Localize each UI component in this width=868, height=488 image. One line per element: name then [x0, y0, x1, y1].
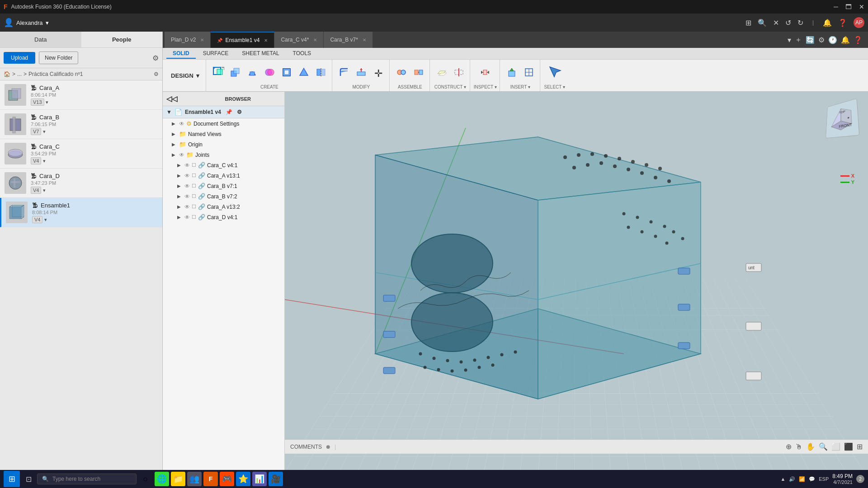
- search-icon[interactable]: 🔍: [758, 19, 767, 27]
- version-dropdown-icon[interactable]: ▾: [46, 99, 48, 105]
- taskbar-app-launcher[interactable]: 🎮: [220, 472, 234, 486]
- close-tab-cara-b[interactable]: ✕: [363, 38, 366, 42]
- taskbar-language[interactable]: ESP: [819, 476, 829, 482]
- version-badge-ensamble1[interactable]: V4: [32, 216, 42, 223]
- taskbar-app-teams[interactable]: 👥: [187, 472, 202, 486]
- breadcrumb-settings-icon[interactable]: ⚙: [154, 71, 159, 77]
- settings-icon-button[interactable]: ⚙: [152, 54, 159, 62]
- breadcrumb-current[interactable]: Práctica Calificado nº1: [28, 71, 83, 77]
- tab-clock-icon[interactable]: 🕐: [828, 36, 837, 44]
- check-icon-cara-d-v4[interactable]: ☐: [192, 214, 196, 220]
- task-view-button[interactable]: ⊡: [22, 472, 35, 486]
- taskbar-notifications-icon[interactable]: 💬: [809, 476, 815, 482]
- taskbar-app-analytics[interactable]: 📊: [252, 472, 267, 486]
- view-cube[interactable]: FRONT ▸ TOP: [826, 98, 859, 138]
- browser-item-cara-b-v7-2[interactable]: ▶ 👁 ☐ 🔗 Cara_B v7:2: [163, 191, 284, 202]
- browser-root-pin-icon[interactable]: 📌: [226, 109, 232, 115]
- grid-view-icon[interactable]: ⊞: [745, 19, 751, 27]
- vis-icon-cara-b-v7-2[interactable]: 👁: [184, 193, 190, 200]
- browser-root-expand-icon[interactable]: ▼: [166, 109, 172, 115]
- add-tab-icon[interactable]: ＋: [795, 35, 802, 45]
- tab-plan-d[interactable]: Plan_D v2 ✕: [165, 32, 211, 48]
- tab-help-icon[interactable]: ❓: [854, 36, 863, 44]
- expand-icon-cara-a-v13-2[interactable]: ▶: [177, 204, 183, 209]
- version-dropdown-icon-d[interactable]: ▾: [43, 188, 46, 193]
- account-icon[interactable]: AP: [854, 17, 864, 28]
- version-dropdown-icon-c[interactable]: ▾: [43, 158, 46, 164]
- expand-icon-joints[interactable]: ▶: [172, 152, 177, 157]
- expand-icon-cara-a-v13[interactable]: ▶: [177, 173, 183, 178]
- vis-icon-cara-c-v4[interactable]: 👁: [184, 162, 190, 169]
- tab-sync-icon[interactable]: 🔄: [806, 36, 815, 44]
- expand-icon-origin[interactable]: ▶: [172, 142, 177, 147]
- taskbar-app-fusion[interactable]: F: [203, 472, 218, 486]
- user-area[interactable]: 👤 Alexandra ▾: [4, 18, 49, 28]
- zoom-icon[interactable]: 🔍: [819, 442, 828, 451]
- close-icon[interactable]: ✕: [773, 19, 779, 27]
- version-badge-cara-a[interactable]: V13: [31, 99, 44, 106]
- press-pull-button[interactable]: [353, 66, 369, 81]
- close-tab-cara-c[interactable]: ✕: [313, 38, 317, 42]
- display-mode-1-icon[interactable]: ⬜: [831, 442, 840, 451]
- expand-icon-cara-d-v4[interactable]: ▶: [177, 215, 183, 220]
- insert-mesh-button[interactable]: [521, 66, 537, 81]
- version-dropdown-icon-e[interactable]: ▾: [44, 217, 47, 222]
- version-badge-cara-b[interactable]: V7: [31, 128, 41, 135]
- browser-item-cara-b-v7-1[interactable]: ▶ 👁 ☐ 🔗 Cara_B v7:1: [163, 181, 284, 191]
- version-badge-cara-c[interactable]: V4: [31, 157, 41, 164]
- taskbar-cortana-icon[interactable]: ○: [138, 472, 153, 486]
- display-mode-2-icon[interactable]: ⬛: [844, 442, 853, 451]
- tabs-dropdown-icon[interactable]: ▾: [788, 36, 791, 44]
- extrude-button[interactable]: [227, 66, 243, 81]
- display-mode-3-icon[interactable]: ⊞: [857, 442, 863, 451]
- toolbar-tab-sheet-metal[interactable]: SHEET METAL: [236, 49, 285, 59]
- breadcrumb-home-icon[interactable]: 🏠: [4, 71, 10, 77]
- tab-settings-icon[interactable]: ⚙: [818, 36, 825, 44]
- revolve-button[interactable]: [244, 66, 260, 81]
- close-tab-ensamble1[interactable]: ✕: [264, 38, 268, 43]
- file-item-cara-a[interactable]: 🗜 Cara_A 8:06:14 PM V13 ▾: [0, 80, 162, 110]
- tab-people[interactable]: People: [81, 32, 163, 47]
- vis-icon-cara-a-v13[interactable]: 👁: [184, 173, 190, 179]
- tab-cara-b[interactable]: Cara_B v7* ✕: [324, 32, 373, 48]
- taskbar-app-zoom[interactable]: 🎥: [269, 472, 283, 486]
- taskbar-network-icon[interactable]: 📶: [799, 476, 805, 482]
- taskbar-search[interactable]: 🔍 Type here to search: [37, 474, 137, 484]
- midplane-button[interactable]: [451, 66, 467, 81]
- file-item-cara-b[interactable]: 🗜 Cara_B 7:06:15 PM V7 ▾: [0, 110, 162, 139]
- tab-cara-c[interactable]: Cara_C v4* ✕: [274, 32, 324, 48]
- design-mode-dropdown-icon[interactable]: ▾: [196, 72, 199, 79]
- user-dropdown-icon[interactable]: ▾: [46, 19, 49, 26]
- close-tab-plan-d[interactable]: ✕: [200, 38, 204, 42]
- vis-icon-doc-settings[interactable]: 👁: [179, 121, 184, 127]
- expand-icon-cara-b-v7-2[interactable]: ▶: [177, 194, 183, 199]
- expand-icon-cara-b-v7-1[interactable]: ▶: [177, 183, 183, 188]
- breadcrumb-ellipsis[interactable]: ...: [17, 71, 22, 77]
- file-item-ensamble1[interactable]: 🗜 Ensamble1 8:08:14 PM V4 ▾: [0, 198, 162, 227]
- tab-data[interactable]: Data: [0, 32, 81, 47]
- vis-icon-cara-b-v7-1[interactable]: 👁: [184, 183, 190, 189]
- browser-collapse-icon[interactable]: ◁◁: [166, 94, 222, 103]
- shell-button[interactable]: [278, 66, 295, 81]
- combine-button[interactable]: [261, 66, 278, 81]
- toolbar-tab-surface[interactable]: SURFACE: [197, 49, 235, 59]
- browser-item-doc-settings[interactable]: ▶ 👁 ⚙ Document Settings: [163, 118, 284, 129]
- maximize-button[interactable]: 🗖: [845, 3, 852, 10]
- browser-root-settings-icon[interactable]: ⚙: [237, 109, 242, 115]
- browser-item-joints[interactable]: ▶ 👁 📁 Joints: [163, 150, 284, 160]
- browser-item-origin[interactable]: ▶ 📁 Origin: [163, 139, 284, 150]
- loft-button[interactable]: [296, 66, 312, 81]
- vis-icon-cara-d-v4[interactable]: 👁: [184, 214, 190, 221]
- browser-item-cara-d-v4[interactable]: ▶ 👁 ☐ 🔗 Cara_D v4:1: [163, 212, 284, 222]
- snap-icon[interactable]: ⊕: [786, 442, 792, 451]
- tab-bell-icon[interactable]: 🔔: [841, 36, 850, 44]
- new-folder-button[interactable]: New Folder: [39, 52, 78, 64]
- orbit-icon[interactable]: 🖱: [795, 443, 802, 451]
- design-mode-button[interactable]: DESIGN ▾: [165, 60, 206, 91]
- browser-item-cara-a-v13[interactable]: ▶ 👁 ☐ 🔗 Cara_A v13:1: [163, 170, 284, 181]
- fillet-button[interactable]: [336, 66, 352, 81]
- version-dropdown-icon-b[interactable]: ▾: [43, 129, 46, 134]
- browser-root-item[interactable]: ▼ 📄 Ensamble1 v4 📌 ⚙: [163, 106, 284, 118]
- check-icon-cara-a-v13-2[interactable]: ☐: [192, 204, 196, 210]
- measure-button[interactable]: [477, 66, 493, 81]
